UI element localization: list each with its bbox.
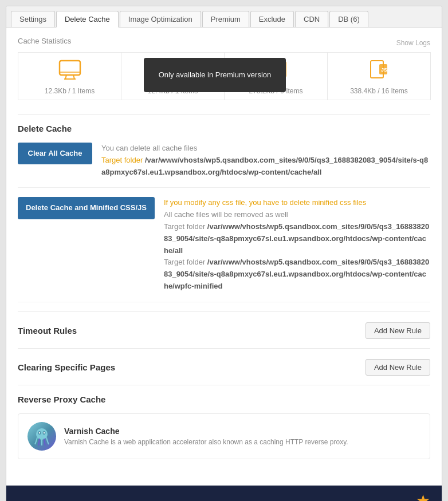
stats-row: 12.3Kb / 1 Items CSS 12.4Kb / 1 Items 27… <box>18 52 430 100</box>
delete-cache-heading: Delete Cache <box>18 124 430 133</box>
clear-all-desc-line1: You can delete all cache files <box>101 143 430 155</box>
timeout-rules-row: Timeout Rules Add New Rule <box>18 322 430 339</box>
clearing-specific-heading: Clearing Specific Pages <box>18 362 115 372</box>
stat-js-value: 338.4Kb / 16 Items <box>332 87 426 95</box>
stat-html-value: 12.3Kb / 1 Items <box>23 87 116 95</box>
varnish-logo-icon <box>32 426 52 447</box>
timeout-add-rule-button[interactable]: Add New Rule <box>366 322 430 339</box>
tab-db[interactable]: DB (6) <box>329 11 368 27</box>
stat-html: 12.3Kb / 1 Items <box>18 52 121 100</box>
varnish-card: Varnish Cache Varnish Cache is a web app… <box>18 413 430 459</box>
svg-text:JS: JS <box>381 67 387 73</box>
delete-minified-row: Delete Cache and Minified CSS/JS If you … <box>18 197 430 302</box>
svg-point-16 <box>39 432 40 433</box>
main-container: Settings Delete Cache Image Optimization… <box>6 6 442 501</box>
bottom-bar: ★ <box>6 486 442 501</box>
varnish-avatar <box>27 422 56 451</box>
star-icon: ★ <box>416 491 430 502</box>
delete-minified-path1: Target folder /var/www/vhosts/wp5.qsandb… <box>164 221 430 257</box>
premium-tooltip: Only available in Premium version <box>144 58 286 92</box>
tab-settings[interactable]: Settings <box>11 11 55 27</box>
delete-minified-button[interactable]: Delete Cache and Minified CSS/JS <box>18 197 155 219</box>
clear-all-row: Clear All Cache You can delete all cache… <box>18 143 430 188</box>
tab-image-optimization[interactable]: Image Optimization <box>120 11 201 27</box>
tab-premium[interactable]: Premium <box>202 11 249 27</box>
reverse-proxy-heading: Reverse Proxy Cache <box>18 395 430 404</box>
varnish-desc: Varnish Cache is a web application accel… <box>64 438 348 446</box>
delete-minified-line1: If you modify any css file, you have to … <box>164 197 430 209</box>
delete-minified-path2: Target folder /var/www/vhosts/wp5.qsandb… <box>164 257 430 292</box>
clear-all-cache-button[interactable]: Clear All Cache <box>18 143 92 164</box>
delete-minified-desc: If you modify any css file, you have to … <box>164 197 430 292</box>
divider-1 <box>18 114 430 115</box>
svg-rect-0 <box>60 61 80 75</box>
svg-point-13 <box>36 428 48 440</box>
stat-js: JS 338.4Kb / 16 Items <box>327 52 431 100</box>
varnish-title: Varnish Cache <box>64 427 348 436</box>
tab-delete-cache[interactable]: Delete Cache <box>56 11 119 27</box>
svg-point-17 <box>44 432 45 433</box>
tab-cdn[interactable]: CDN <box>295 11 328 27</box>
tab-exclude[interactable]: Exclude <box>250 11 294 27</box>
clear-all-target-path: Target folder /var/www/vhosts/wp5.qsandb… <box>101 155 430 179</box>
delete-minified-line2: All cache files will be removed as well <box>164 209 430 221</box>
monitor-icon <box>58 60 81 80</box>
cache-statistics-title: Cache Statistics <box>18 37 430 45</box>
timeout-rules-heading: Timeout Rules <box>18 326 77 336</box>
clearing-add-rule-button[interactable]: Add New Rule <box>366 359 430 376</box>
tabs-bar: Settings Delete Cache Image Optimization… <box>6 6 442 27</box>
varnish-info: Varnish Cache Varnish Cache is a web app… <box>64 427 348 446</box>
js-icon: JS <box>369 60 390 80</box>
divider-4 <box>18 385 430 385</box>
clearing-specific-row: Clearing Specific Pages Add New Rule <box>18 359 430 376</box>
divider-3 <box>18 348 430 349</box>
show-logs-link[interactable]: Show Logs <box>396 39 430 47</box>
divider-2 <box>18 311 430 312</box>
clear-all-desc: You can delete all cache files Target fo… <box>101 143 430 178</box>
content-area: Show Logs Cache Statistics 12.3Kb / 1 It… <box>6 27 442 486</box>
